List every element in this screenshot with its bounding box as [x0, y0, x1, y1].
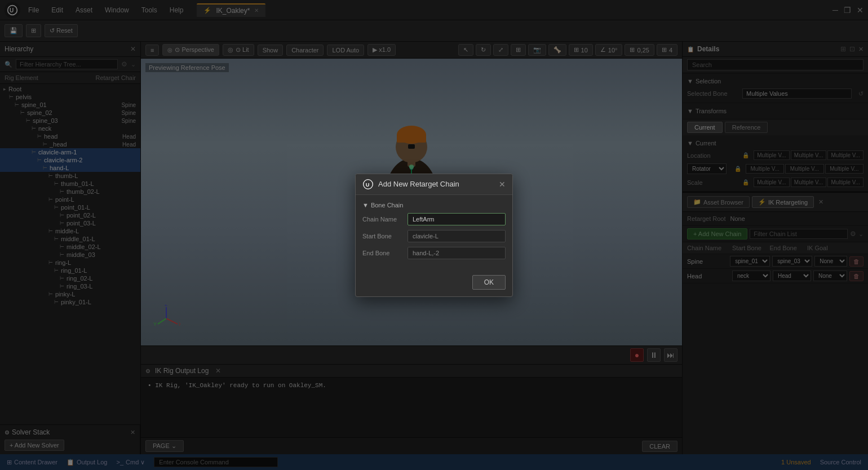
modal-footer: OK	[356, 271, 512, 296]
modal-start-bone-value: clavicle-L	[408, 230, 506, 242]
modal-start-bone-label: Start Bone	[362, 233, 408, 240]
modal-header: U Add New Retarget Chain ✕	[356, 174, 512, 195]
modal-chain-name-label: Chain Name	[362, 216, 408, 223]
modal-chain-name-input[interactable]	[408, 213, 506, 225]
modal-ok-button[interactable]: OK	[472, 275, 506, 290]
modal-title: Add New Retarget Chain	[378, 180, 494, 188]
modal-start-bone-row: Start Bone clavicle-L	[362, 230, 506, 242]
modal-ue-icon: U	[362, 179, 374, 190]
modal-section-chevron-icon: ▼	[362, 202, 369, 209]
modal-section-title: Bone Chain	[371, 202, 404, 209]
modal-end-bone-value: hand-L,-2	[408, 247, 506, 259]
modal-dialog: U Add New Retarget Chain ✕ ▼ Bone Chain …	[355, 174, 513, 297]
modal-end-bone-row: End Bone hand-L,-2	[362, 247, 506, 259]
modal-close-button[interactable]: ✕	[499, 180, 506, 189]
modal-overlay: U Add New Retarget Chain ✕ ▼ Bone Chain …	[0, 0, 868, 470]
modal-end-bone-label: End Bone	[362, 250, 408, 256]
modal-body: ▼ Bone Chain Chain Name Start Bone clavi…	[356, 195, 512, 271]
modal-section-header[interactable]: ▼ Bone Chain	[362, 202, 506, 209]
modal-chain-name-row: Chain Name	[362, 213, 506, 225]
svg-text:U: U	[366, 182, 370, 188]
